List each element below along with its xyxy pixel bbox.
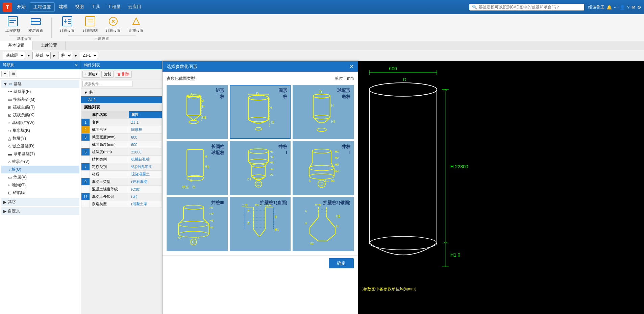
top-search-bar[interactable]: 🔍 <box>469 4 584 10</box>
component-list-title: 构件列表 <box>84 63 100 67</box>
nav-item-cushion[interactable]: ▭ 垫层(X) <box>1 173 79 181</box>
svg-point-61 <box>248 149 269 153</box>
property-table: 属性名称 属性 1名称ZJ-12截面形状圆形桩3截面宽度(mm)6004截面高度… <box>81 111 162 208</box>
search-icon: 🔍 <box>472 5 477 9</box>
nav-list-view-btn[interactable]: ≡ <box>1 71 8 77</box>
nav-section-other-header[interactable]: ▶ 其它 <box>1 198 79 206</box>
more-icon[interactable]: ··· <box>614 5 618 10</box>
svg-rect-5 <box>31 19 41 21</box>
row-number: 4 <box>81 141 90 148</box>
shape-card-round-pile[interactable]: 圆形桩 D <box>230 85 291 139</box>
svg-text:D1: D1 <box>270 173 274 176</box>
nav-item-strip-found[interactable]: ▬ 条形基础(T) <box>1 150 79 158</box>
copy-component-btn[interactable]: 复制 <box>101 71 114 78</box>
menu-model[interactable]: 建模 <box>55 2 71 12</box>
svg-text:H: H <box>270 106 272 110</box>
svg-point-70 <box>252 175 265 178</box>
nav-close-icon[interactable]: ✕ <box>75 63 78 68</box>
tab-basic[interactable]: 基本设置 <box>0 41 33 50</box>
message-icon[interactable]: ✉ <box>631 5 635 10</box>
confirm-button[interactable]: 确定 <box>329 258 354 268</box>
nav-item-foundation-strip[interactable]: ≡ 基础板带(W) <box>1 119 79 127</box>
shape-card-rect-pile[interactable]: 矩形桩 A B <box>167 85 228 139</box>
shape-grid: 矩形桩 A B <box>167 85 354 251</box>
component-search-input[interactable] <box>82 81 132 87</box>
dialog-close-btn[interactable]: ✕ <box>349 63 354 70</box>
notification-icon[interactable]: 🔔 <box>606 5 612 10</box>
nav-section-custom-header[interactable]: ▶ 自定义 <box>1 207 79 215</box>
nav-grid-view-btn[interactable]: ⊞ <box>9 71 17 77</box>
menu-quantity[interactable]: 工程量 <box>104 2 124 12</box>
nav-item-slab-main-bar[interactable]: ⊞ 筏板主筋(R) <box>1 103 79 111</box>
component-group-pile[interactable]: ▼ 桩 <box>81 89 162 96</box>
nav-tree-toolbar: ≡ ⊞ <box>0 69 81 79</box>
menu-project-settings[interactable]: 工程设置 <box>30 2 55 12</box>
shape-card-well-pile-3[interactable]: 井桩ⅢⅠ <box>167 197 228 251</box>
nav-item-pile-cap[interactable]: ⌂ 桩承台(V) <box>1 158 79 166</box>
table-row: 9混凝土类型(碎石混凝 <box>81 178 162 186</box>
foundation-strip-icon: ≡ <box>8 121 10 125</box>
props-panel: 构件列表 + 新建▾ 复制 🗑 删除 ▼ 桩 ZJ-1 <box>81 61 162 314</box>
gear-icon[interactable]: ⚙ <box>637 5 641 10</box>
calc-settings2-button[interactable]: 计算设置 <box>103 14 123 34</box>
layer-select[interactable]: 基础层 <box>3 52 25 59</box>
svg-rect-4 <box>31 22 41 25</box>
project-info-icon <box>7 15 19 27</box>
nav-item-foundation-beam[interactable]: 〜 基础梁(F) <box>1 88 79 96</box>
svg-text:H2: H2 <box>209 212 214 216</box>
shape-card-expand-pile-1[interactable]: 扩壁桩1(直面) 土方 D1 D 桩体 <box>230 197 291 251</box>
prop-value: (无) <box>129 193 162 200</box>
menu-tools[interactable]: 工具 <box>88 2 103 12</box>
menu-view[interactable]: 视图 <box>72 2 87 12</box>
weight-settings-button[interactable]: 比重设置 <box>126 14 146 34</box>
avatar-icon[interactable]: 👤 <box>620 5 625 10</box>
svg-text:H: H <box>202 105 204 108</box>
category-select[interactable]: 桩 <box>58 52 72 59</box>
nav-item-tire-film[interactable]: ⊡ 砖胎膜 <box>1 189 79 197</box>
nav-item-slab-neg-bar[interactable]: ⊠ 筏板负筋(X) <box>1 111 79 119</box>
shape-card-ball-crown-pile[interactable]: 球冠形底桩 D H H1 <box>293 85 354 139</box>
prop-value[interactable]: 圆形桩 <box>129 126 162 134</box>
search-input[interactable] <box>478 5 581 9</box>
floor-settings-button[interactable]: 楼层设置 <box>26 14 46 34</box>
shape-card-long-oval-pile[interactable]: 长圆柱球冠桩 H H1 b 球冠 底 <box>167 141 228 195</box>
svg-text:600: 600 <box>389 66 397 71</box>
svg-text:H2: H2 <box>335 156 339 160</box>
dialog-title: 选择参数化图形 <box>167 64 197 70</box>
svg-text:H: H <box>331 104 333 107</box>
menu-cloud[interactable]: 云应用 <box>125 2 145 12</box>
svg-text:H1: H1 <box>270 150 274 153</box>
nav-item-pile[interactable]: ↓ 桩(U) <box>1 166 79 173</box>
type-select[interactable]: 基础 <box>32 52 51 59</box>
svg-text:B: B <box>201 98 204 102</box>
nav-section-foundation-header[interactable]: ▼ ▭ 基础 <box>1 80 79 88</box>
name-select[interactable]: ZJ-1 <box>80 52 98 59</box>
layer-selector: 基础层 <box>3 52 25 59</box>
component-item-zj1[interactable]: ZJ-1 <box>81 96 162 103</box>
svg-line-140 <box>310 217 318 227</box>
nav-item-standalone-found[interactable]: ◇ 独立基础(D) <box>1 142 79 150</box>
svg-text:D2: D2 <box>247 178 251 181</box>
expand-pile-2-label: 扩壁桩2(锥面) <box>323 200 350 206</box>
slab-main-bar-icon: ⊞ <box>8 105 11 110</box>
nav-item-slab-foundation[interactable]: ▭ 筏板基础(M) <box>1 96 79 103</box>
menu-start[interactable]: 开始 <box>14 2 29 12</box>
svg-text:H: H <box>205 155 207 159</box>
tab-civil[interactable]: 土建设置 <box>33 41 66 50</box>
svg-point-113 <box>192 241 195 243</box>
project-info-button[interactable]: 工程信息 <box>3 14 23 34</box>
new-component-btn[interactable]: + 新建▾ <box>82 71 100 78</box>
shape-card-expand-pile-2[interactable]: 扩壁桩2(锥面) D1D <box>293 197 354 251</box>
nav-item-ditch[interactable]: ≈ 地沟(G) <box>1 181 79 189</box>
nav-item-column-base[interactable]: △ 柱墩(Y) <box>1 135 79 142</box>
floor-settings-icon <box>30 15 42 27</box>
property-list-scroll[interactable]: 属性名称 属性 1名称ZJ-12截面形状圆形桩3截面宽度(mm)6004截面高度… <box>81 111 162 314</box>
civil-settings-label: 土建设置 <box>68 35 135 41</box>
calc-settings-button[interactable]: 计算设置 <box>57 14 77 34</box>
nav-item-sump[interactable]: ∪ 集水坑(K) <box>1 127 79 135</box>
shape-card-well-pile-1[interactable]: 井桩Ⅰ <box>230 141 291 195</box>
delete-component-btn[interactable]: 🗑 删除 <box>115 71 132 78</box>
shape-card-well-pile-2[interactable]: 井桩Ⅱ <box>293 141 354 195</box>
help-icon[interactable]: ? <box>627 5 629 10</box>
calc-rules-button[interactable]: 计算规则 <box>80 14 100 34</box>
